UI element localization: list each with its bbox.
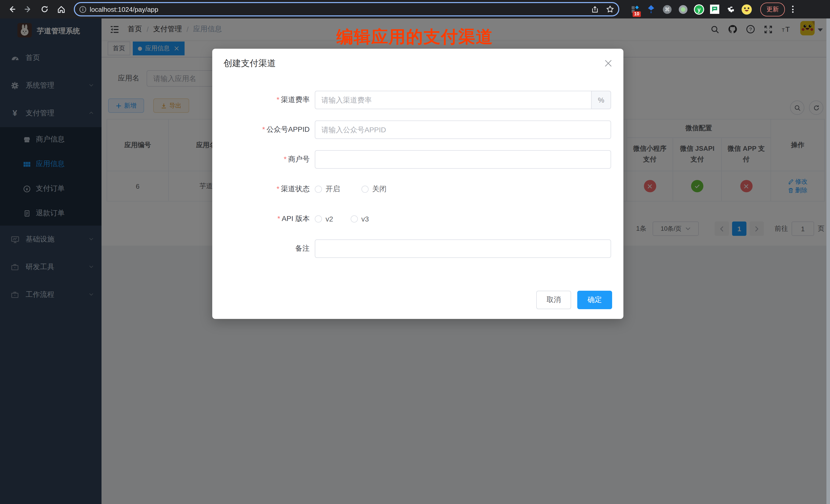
field-status: *渠道状态 开启 关闭 [212, 180, 624, 198]
bookmark-star-icon[interactable] [606, 5, 614, 13]
browser-update-button[interactable]: 更新 [760, 2, 785, 16]
svg-text:⌘: ⌘ [664, 6, 670, 12]
screen: localhost:1024/pay/app 10 ⌘ y [0, 0, 830, 504]
required-mark: * [277, 185, 279, 193]
field-remark: 备注 [212, 240, 624, 258]
extension-pinned-icon[interactable]: 10 [630, 4, 641, 15]
dialog-footer: 取消 确定 [536, 291, 612, 309]
confirm-button[interactable]: 确定 [577, 291, 612, 309]
home-icon[interactable] [54, 3, 68, 16]
status-open-radio[interactable]: 开启 [315, 185, 340, 194]
extension-chat-icon[interactable] [709, 4, 720, 15]
rate-suffix: % [592, 91, 611, 109]
reload-icon[interactable] [38, 3, 51, 16]
radio-circle-icon [361, 186, 369, 193]
remark-input[interactable] [315, 240, 611, 258]
forward-icon[interactable] [22, 3, 35, 16]
site-info-icon[interactable] [79, 5, 87, 13]
merchant-input[interactable] [315, 150, 611, 169]
api-v2-radio[interactable]: v2 [315, 215, 333, 223]
svg-text:y: y [697, 6, 701, 12]
field-api-version: *API 版本 v2 v3 [212, 210, 624, 228]
status-label: *渠道状态 [212, 185, 315, 194]
radio-circle-icon [315, 215, 322, 222]
status-closed-radio[interactable]: 关闭 [361, 185, 387, 194]
extension-badge: 10 [633, 11, 641, 17]
radio-circle-icon [351, 215, 358, 222]
app-root: 芋道管理系统 首页 系统管理 ¥ 支付管理 [0, 19, 830, 504]
merchant-label: *商户号 [212, 155, 315, 164]
browser-scrollbar[interactable] [826, 19, 830, 504]
extension-y-icon[interactable]: y [693, 4, 704, 15]
annotation-text: 编辑应用的支付渠道 [336, 26, 493, 49]
cancel-button[interactable]: 取消 [536, 291, 571, 309]
appid-input[interactable] [315, 121, 611, 139]
rate-input[interactable] [315, 91, 592, 109]
browser-menu-icon[interactable] [792, 6, 794, 13]
remark-label: 备注 [212, 244, 315, 253]
dialog-header: 创建支付渠道 [212, 49, 624, 77]
extension-puzzle-icon[interactable] [725, 4, 736, 15]
dialog-form: *渠道费率 % *公众号APPID [212, 77, 624, 258]
address-bar[interactable]: localhost:1024/pay/app [74, 2, 619, 17]
radio-circle-icon [315, 186, 322, 193]
field-merchant: *商户号 [212, 150, 624, 169]
appid-label: *公众号APPID [212, 125, 315, 134]
field-appid: *公众号APPID [212, 121, 624, 139]
required-mark: * [277, 214, 280, 222]
required-mark: * [277, 95, 279, 103]
extension-command-icon[interactable]: ⌘ [661, 4, 673, 15]
field-rate: *渠道费率 % [212, 91, 624, 109]
required-mark: * [262, 125, 265, 133]
rate-label: *渠道费率 [212, 95, 315, 104]
extension-kite-icon[interactable] [645, 4, 657, 15]
dialog-title: 创建支付渠道 [224, 57, 276, 69]
url-text[interactable]: localhost:1024/pay/app [90, 5, 591, 13]
api-version-label: *API 版本 [212, 214, 315, 224]
extension-dot-icon[interactable] [677, 4, 689, 15]
close-icon[interactable] [604, 59, 612, 67]
back-icon[interactable] [5, 3, 19, 16]
create-channel-dialog: 创建支付渠道 *渠道费率 % *公众号APPID [212, 49, 624, 319]
profile-avatar-icon[interactable] [741, 4, 752, 15]
api-v3-radio[interactable]: v3 [351, 215, 369, 223]
share-icon[interactable] [591, 5, 599, 13]
required-mark: * [284, 155, 287, 163]
extensions-row: 10 ⌘ y [630, 4, 752, 15]
browser-toolbar: localhost:1024/pay/app 10 ⌘ y [0, 0, 830, 19]
